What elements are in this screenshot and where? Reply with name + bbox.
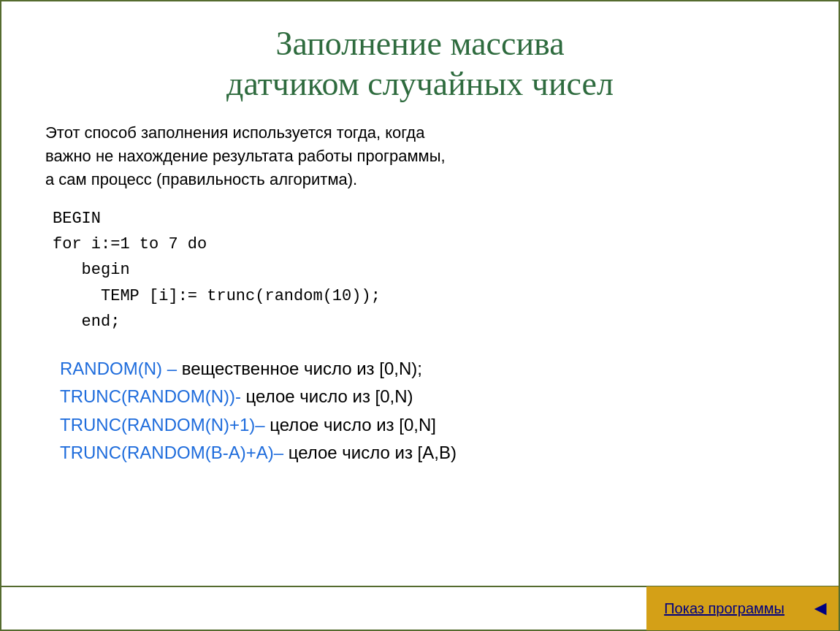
info-line4-black: целое число из [A,B) bbox=[283, 443, 457, 462]
code-line4: TEMP [i]:= trunc(random(10)); bbox=[53, 283, 795, 309]
info-line4-blue: TRUNC(RANDOM(B-A)+A)– bbox=[60, 443, 283, 462]
title-line1: Заполнение массива bbox=[45, 23, 795, 64]
info-line1: RANDOM(N) – вещественное число из [0,N); bbox=[60, 355, 795, 383]
info-line1-blue: RANDOM(N) – bbox=[60, 359, 177, 378]
info-line3-black: целое число из [0,N] bbox=[265, 415, 436, 435]
title-block: Заполнение массива датчиком случайных чи… bbox=[45, 23, 795, 104]
code-line2: for i:=1 to 7 do bbox=[53, 232, 795, 257]
info-line3: TRUNC(RANDOM(N)+1)– целое число из [0,N] bbox=[60, 411, 795, 439]
bottom-bar: Показ программы ◄ bbox=[1, 586, 839, 630]
title-line2: датчиком случайных чисел bbox=[45, 64, 795, 104]
code-line3: begin bbox=[53, 257, 795, 283]
show-program-button[interactable]: Показ программы bbox=[646, 586, 802, 630]
bottom-right: Показ программы ◄ bbox=[646, 586, 839, 630]
code-block: BEGIN for i:=1 to 7 do begin TEMP [i]:= … bbox=[45, 206, 795, 334]
info-block: RANDOM(N) – вещественное число из [0,N);… bbox=[45, 355, 795, 467]
info-line3-blue: TRUNC(RANDOM(N)+1)– bbox=[60, 415, 265, 435]
description-line1: Этот способ заполнения используется тогд… bbox=[45, 123, 424, 142]
info-line2: TRUNC(RANDOM(N))- целое число из [0,N) bbox=[60, 383, 795, 410]
info-line2-black: целое число из [0,N) bbox=[241, 386, 413, 406]
description: Этот способ заполнения используется тогд… bbox=[45, 121, 795, 191]
info-line4: TRUNC(RANDOM(B-A)+A)– целое число из [A,… bbox=[60, 439, 795, 467]
description-line3: а сам процесс (правильность алгоритма). bbox=[45, 170, 357, 188]
info-line1-black: вещественное число из [0,N); bbox=[177, 359, 422, 378]
nav-arrow-left[interactable]: ◄ bbox=[802, 586, 839, 630]
info-line2-blue: TRUNC(RANDOM(N))- bbox=[60, 386, 241, 406]
slide-container: Заполнение массива датчиком случайных чи… bbox=[0, 0, 840, 631]
code-line5: end; bbox=[53, 309, 795, 334]
description-line2: важно не нахождение результата работы пр… bbox=[45, 147, 446, 165]
code-line1: BEGIN bbox=[53, 206, 795, 232]
